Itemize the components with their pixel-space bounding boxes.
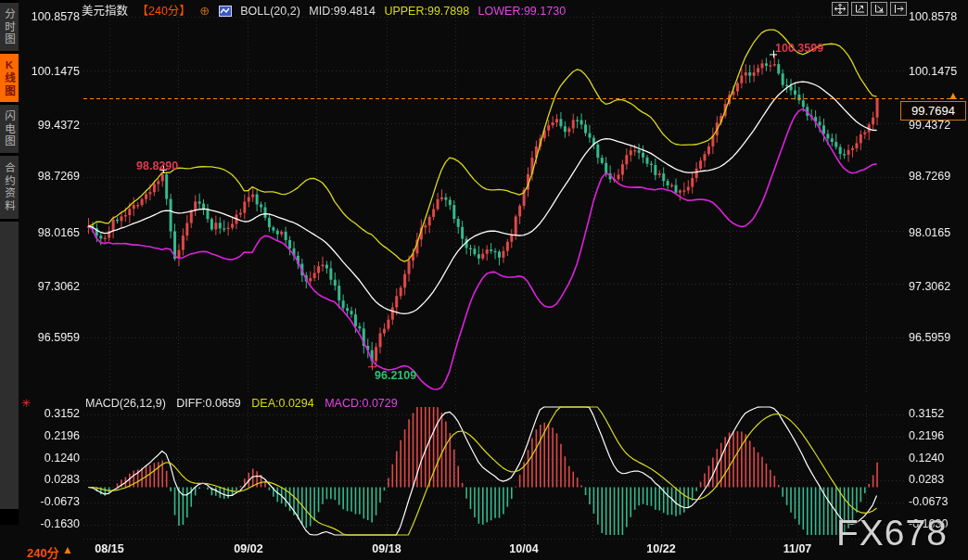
boll-upper-value: UPPER:99.7898 xyxy=(384,5,469,18)
window-controls xyxy=(832,2,907,16)
chart-header: 美元指数 【240分】 ⊕ BOLL(20,2) MID:99.4814 UPP… xyxy=(82,1,571,15)
date-tick: 09/18 xyxy=(364,542,409,555)
date-tick: 10/04 xyxy=(502,542,546,555)
macd-tick-left: -0.0673 xyxy=(28,495,80,508)
price-tick-left: 98.0165 xyxy=(28,226,80,239)
price-tick-right: 98.0165 xyxy=(909,226,966,239)
sidebar-tab-contract-info[interactable]: 合约资料 xyxy=(0,156,19,219)
macd-dea-value: DEA:0.0294 xyxy=(251,397,313,410)
macd-diff-value: DIFF:0.0659 xyxy=(176,397,240,410)
macd-tick-left: 0.1240 xyxy=(28,452,80,465)
pan-move-icon[interactable] xyxy=(832,2,848,16)
price-tick-left: 98.7269 xyxy=(28,170,80,183)
chart-application-window: 分时图 K线图 闪电图 合约资料 美元指数 【240分】 ⊕ BOLL(20,2… xyxy=(0,0,968,560)
chart-type-icon[interactable] xyxy=(219,6,232,19)
macd-indicator-label: MACD(26,12,9) xyxy=(85,397,166,410)
high-annotation: 100.3599 xyxy=(775,42,823,55)
fx678-watermark: FX678 xyxy=(836,513,948,554)
macd-macd-value: MACD:0.0729 xyxy=(325,397,398,410)
boll-lower-value: LOWER:99.1730 xyxy=(478,5,567,18)
sidebar-tab-lightning[interactable]: 闪电图 xyxy=(0,105,19,153)
sidebar-tab-kline[interactable]: K线图 xyxy=(0,54,19,102)
instrument-title: 美元指数 xyxy=(82,5,128,18)
macd-tick-right: 0.0283 xyxy=(909,473,966,486)
date-tick: 11/07 xyxy=(775,542,820,555)
macd-settings-icon[interactable]: ✳ xyxy=(21,397,31,410)
price-tick-right: 100.8578 xyxy=(909,10,966,23)
sidebar: 分时图 K线图 闪电图 合约资料 xyxy=(0,0,19,525)
macd-tick-left: 0.2196 xyxy=(28,429,80,442)
sidebar-filler xyxy=(0,222,19,509)
macd-header: MACD(26,12,9) DIFF:0.0659 DEA:0.0294 MAC… xyxy=(85,397,405,410)
macd-tick-right: -0.0673 xyxy=(909,495,966,508)
period-label[interactable]: 【240分】 xyxy=(137,5,191,18)
date-tick: 10/22 xyxy=(639,542,683,555)
price-tick-left: 100.8578 xyxy=(28,10,80,23)
low-annotation: 96.2109 xyxy=(375,369,416,382)
axis-zoom-out-icon[interactable] xyxy=(871,2,887,16)
local-high-annotation: 98.8290 xyxy=(136,159,178,172)
price-tick-right: 99.4372 xyxy=(909,119,966,132)
footer-period-label[interactable]: 240分 xyxy=(27,543,59,560)
price-tick-left: 100.1475 xyxy=(28,65,80,78)
last-price-badge: 99.7694 xyxy=(900,101,966,121)
chart-canvas[interactable] xyxy=(0,0,968,560)
macd-tick-right: 0.2196 xyxy=(909,429,966,442)
price-tick-right: 96.5959 xyxy=(909,331,966,344)
boll-indicator-label: BOLL(20,2) xyxy=(240,5,300,18)
macd-tick-right: 0.3152 xyxy=(909,407,966,420)
boll-mid-value: MID:99.4814 xyxy=(309,5,376,18)
date-tick: 09/02 xyxy=(226,542,271,555)
price-tick-left: 99.4372 xyxy=(28,119,80,132)
price-tick-right: 98.7269 xyxy=(909,170,966,183)
axis-zoom-in-icon[interactable] xyxy=(851,2,868,16)
macd-tick-right: 0.1240 xyxy=(909,452,966,465)
price-tick-left: 97.3062 xyxy=(28,280,80,293)
price-tick-right: 100.1475 xyxy=(909,65,966,78)
date-tick: 08/15 xyxy=(87,542,132,555)
axis-shift-right-icon[interactable] xyxy=(890,2,907,16)
footer-period-dropdown-icon[interactable]: ▲ xyxy=(62,543,73,556)
add-indicator-icon[interactable]: ⊕ xyxy=(199,4,210,18)
macd-tick-left: 0.3152 xyxy=(28,407,80,420)
macd-tick-left: -0.1630 xyxy=(28,517,80,530)
sidebar-tab-timeline[interactable]: 分时图 xyxy=(0,3,19,51)
macd-tick-left: 0.0283 xyxy=(28,473,80,486)
price-tick-right: 97.3062 xyxy=(909,280,966,293)
price-up-arrow-icon: ▲ xyxy=(948,89,959,102)
price-tick-left: 96.5959 xyxy=(28,331,80,344)
